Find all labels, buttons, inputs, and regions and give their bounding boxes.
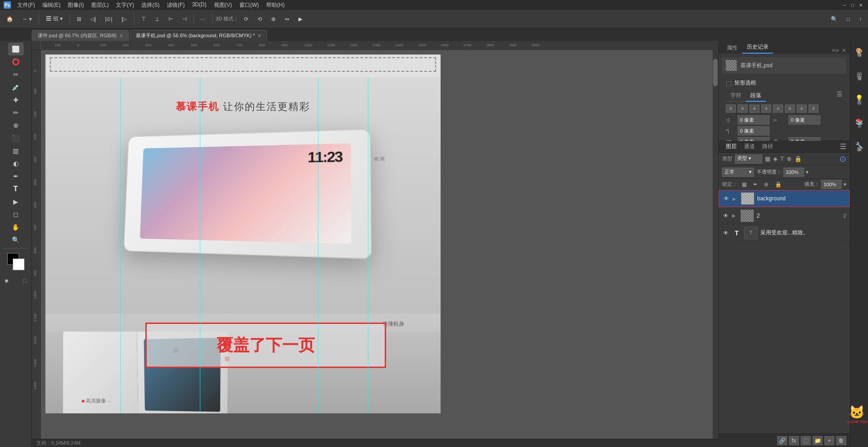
filter-toggle[interactable]: ⊙ <box>839 154 846 164</box>
align-stretch[interactable]: ⊣ <box>179 14 190 24</box>
menu-help[interactable]: 帮助(H) <box>263 0 288 10</box>
filter-pixel-icon[interactable]: ▦ <box>765 155 770 162</box>
gradient-tool[interactable]: ▥ <box>8 144 24 157</box>
menu-text[interactable]: 文字(Y) <box>112 0 138 10</box>
3d-orbit[interactable]: ⟳ <box>240 14 252 24</box>
menu-layer[interactable]: 图层(L) <box>88 0 113 10</box>
layers-button[interactable]: ☰ 组 ▾ <box>42 13 66 25</box>
layer-vis-2[interactable]: 👁 <box>722 212 729 219</box>
align-left[interactable]: ≡ <box>726 104 736 113</box>
justify-center[interactable]: ≡ <box>773 104 783 113</box>
align-button[interactable]: ⊞ <box>73 14 85 24</box>
distribute-left[interactable]: ◁| <box>87 14 99 24</box>
filter-adjust-icon[interactable]: ◈ <box>773 155 778 162</box>
tab-kejian[interactable]: 课件.psd @ 66.7% (内容区, RGB/8) ✕ <box>32 30 129 41</box>
heal-tool[interactable]: ✚ <box>8 94 24 106</box>
menu-filter[interactable]: 滤镜(F) <box>163 0 188 10</box>
lock-artboard[interactable]: ⊕ <box>762 180 770 189</box>
eyedropper-tool[interactable]: 💉 <box>8 81 24 94</box>
vertical-scrollbar[interactable] <box>713 50 718 439</box>
layers-tab-layers[interactable]: 图层 <box>722 142 740 151</box>
hand-tool[interactable]: ✋ <box>8 221 24 233</box>
select-tool[interactable]: ⬜ <box>8 43 24 55</box>
learn-btn[interactable]: 💡 <box>853 92 866 104</box>
justify-left[interactable]: ≡ <box>761 104 771 113</box>
background-color[interactable] <box>13 258 25 270</box>
filter-smart-icon[interactable]: 🔒 <box>794 155 802 162</box>
pen-tool[interactable]: ✒ <box>8 170 24 183</box>
menu-file[interactable]: 文件(F) <box>14 0 39 10</box>
filter-text-icon[interactable]: T <box>780 155 784 162</box>
add-effect-btn[interactable]: fx <box>789 436 799 445</box>
eraser-tool[interactable]: ⬛ <box>8 132 24 144</box>
move-tool-button[interactable]: ↔ ▾ <box>19 14 35 24</box>
distribute-right[interactable]: |▷ <box>118 14 130 24</box>
lasso-tool[interactable]: ⭕ <box>8 55 24 68</box>
3d-pan[interactable]: ⟲ <box>254 14 266 24</box>
filter-shape-icon[interactable]: ⊕ <box>787 155 792 162</box>
more-button[interactable]: ··· <box>197 14 209 24</box>
add-mask-btn[interactable]: ⬚ <box>801 436 811 445</box>
new-group-btn[interactable]: 📁 <box>813 436 823 445</box>
spacing-input2[interactable] <box>789 115 820 124</box>
spacing-input3[interactable] <box>738 126 769 135</box>
3d-video[interactable]: ▶ <box>295 14 306 24</box>
crop-tool[interactable]: ✂ <box>8 68 24 81</box>
brush-tool[interactable]: ✏ <box>8 106 24 119</box>
color-swatch[interactable] <box>7 253 25 270</box>
align-middle[interactable]: ⊥ <box>151 14 163 24</box>
blend-mode-dropdown[interactable]: 正常 ▾ <box>722 168 754 177</box>
menu-view[interactable]: 视图(V) <box>210 0 236 10</box>
lock-pixels[interactable]: ▦ <box>740 180 749 189</box>
align-right[interactable]: ≡ <box>749 104 759 113</box>
swatches-btn[interactable]: ⊞ <box>853 68 866 81</box>
layer-vis-text[interactable]: 👁 <box>722 229 729 237</box>
layer-vis-bg[interactable]: 👁 <box>723 195 730 202</box>
3d-dolly[interactable]: ⊕ <box>268 14 279 24</box>
panel-menu-icon[interactable]: ✕ <box>842 47 846 54</box>
tab-attributes[interactable]: 属性 <box>722 42 742 54</box>
opacity-arrow[interactable]: ▾ <box>806 169 808 175</box>
scrollbar-thumb[interactable] <box>713 59 718 86</box>
layer-item-text[interactable]: 👁 T T 采用受欢迎...精致。 <box>719 224 850 242</box>
tab-close-icon[interactable]: ✕ <box>119 33 123 38</box>
close-button[interactable]: ✕ <box>857 1 864 9</box>
shape-tool[interactable]: ◻ <box>8 208 24 221</box>
justify-full[interactable]: ≡ <box>797 104 807 113</box>
panel-arrows[interactable]: «» <box>832 46 839 54</box>
layers-tab-paths[interactable]: 路径 <box>759 142 777 151</box>
zoom-tool[interactable]: 🔍 <box>8 233 24 246</box>
align-top[interactable]: ⊤ <box>138 14 149 24</box>
typo-tab-para[interactable]: 段落 <box>746 90 766 102</box>
quick-mask-btn[interactable]: ◉ <box>0 274 15 287</box>
maximize-button[interactable]: □ <box>849 1 856 9</box>
home-button[interactable]: 🏠 <box>3 14 17 24</box>
canvas-viewport[interactable]: 慕课手机 让你的生活更精彩 11:23 <box>41 50 718 439</box>
share-button[interactable]: ↑ <box>855 14 865 24</box>
layer-item-2[interactable]: 👁 ▶ 2 2 <box>719 207 850 224</box>
screen-mode-btn[interactable]: ⬚ <box>17 274 33 287</box>
lock-all[interactable]: 🔒 <box>773 180 784 189</box>
fill-arrow[interactable]: ▾ <box>843 181 846 188</box>
typo-tab-char[interactable]: 字符 <box>726 90 746 102</box>
menu-edit[interactable]: 编辑(E) <box>39 0 64 10</box>
distribute-center[interactable]: |⊙| <box>101 14 116 24</box>
spacing-input1[interactable] <box>738 115 769 124</box>
adjust-btn[interactable]: 🔧 <box>853 139 866 152</box>
menu-image[interactable]: 图像(I) <box>64 0 87 10</box>
fill-input[interactable] <box>821 180 842 189</box>
layers-menu-icon[interactable]: ☰ <box>840 142 846 151</box>
search-button-toolbar[interactable]: 🔍 <box>827 14 841 24</box>
align-bottom[interactable]: ⊢ <box>165 14 177 24</box>
menu-select[interactable]: 选择(S) <box>138 0 163 10</box>
dodge-tool[interactable]: ◐ <box>8 157 24 170</box>
clone-tool[interactable]: ⊕ <box>8 119 24 132</box>
tab-mukeshouji[interactable]: 慕课手机.psd @ 56.6% (background, RGB/8/CMYK… <box>130 30 267 41</box>
3d-slide[interactable]: ⇔ <box>281 14 293 24</box>
path-select-tool[interactable]: ▶ <box>8 195 24 208</box>
library-btn[interactable]: 📚 <box>853 115 866 128</box>
layers-tab-channels[interactable]: 通道 <box>740 142 759 151</box>
align-center[interactable]: ≡ <box>738 104 748 113</box>
tab-close-active-icon[interactable]: ✕ <box>258 33 261 38</box>
workspace-button[interactable]: □ <box>843 14 853 24</box>
